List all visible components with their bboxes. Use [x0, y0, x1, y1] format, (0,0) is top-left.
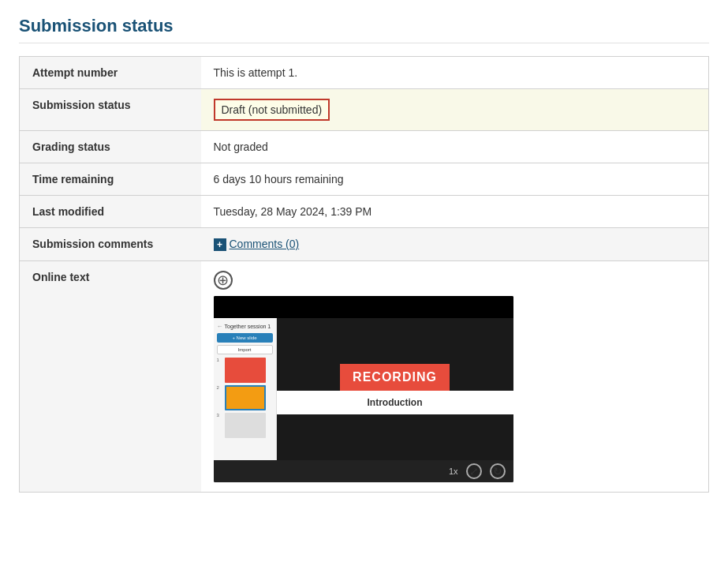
video-preview: ← Together session 1 + New slide Import …: [214, 296, 513, 482]
submission-comments-label: Submission comments: [20, 228, 201, 261]
slide-number: 2: [217, 385, 223, 390]
slide-thumbnail[interactable]: [225, 358, 266, 383]
comments-plus-icon: +: [214, 238, 226, 251]
time-remaining-value: 6 days 10 hours remaining: [201, 163, 709, 196]
slide-thumb-content: [225, 413, 266, 438]
submission-comments-row: Submission comments +Comments (0): [20, 228, 709, 261]
slide-item: 2: [217, 385, 273, 410]
grading-status-label: Grading status: [20, 131, 201, 163]
rotate-button[interactable]: ↻: [490, 463, 506, 479]
session-name: Together session 1: [225, 324, 271, 329]
slide-item: 3: [217, 413, 273, 438]
new-slide-button[interactable]: + New slide: [217, 333, 273, 343]
submission-status-table: Attempt number This is attempt 1. Submis…: [19, 56, 709, 493]
import-button[interactable]: Import: [217, 345, 273, 354]
submission-status-value: Draft (not submitted): [201, 89, 709, 131]
main-video-view: RECORDING Introduction: [277, 318, 513, 460]
online-text-label: Online text: [20, 261, 201, 493]
intro-text: Introduction: [277, 391, 513, 414]
draft-badge: Draft (not submitted): [214, 99, 330, 121]
rotate-icon: ↻: [493, 465, 502, 478]
recording-badge: RECORDING: [340, 364, 450, 391]
video-controls-bar: 1x ⤢ ↻: [214, 460, 513, 482]
online-text-row: Online text ⊕ ← Together session 1 + New…: [20, 261, 709, 493]
time-remaining-label: Time remaining: [20, 163, 201, 196]
speed-control[interactable]: 1x: [449, 466, 458, 476]
last-modified-value: Tuesday, 28 May 2024, 1:39 PM: [201, 196, 709, 228]
page-title: Submission status: [19, 16, 709, 43]
back-arrow-icon: ←: [217, 323, 223, 330]
slide-number: 1: [217, 358, 223, 362]
table-row: Last modified Tuesday, 28 May 2024, 1:39…: [20, 196, 709, 228]
slide-thumb-content: [226, 387, 264, 409]
video-content: ← Together session 1 + New slide Import …: [214, 318, 513, 460]
slide-thumbnail[interactable]: [225, 413, 266, 438]
submission-status-label: Submission status: [20, 89, 201, 131]
grading-status-value: Not graded: [201, 131, 709, 163]
online-text-value: ⊕ ← Together session 1 + New slide Impor…: [201, 261, 709, 493]
submission-comments-value: +Comments (0): [201, 228, 709, 261]
table-row: Grading status Not graded: [20, 131, 709, 163]
attempt-number-label: Attempt number: [20, 57, 201, 89]
slide-item: 1: [217, 358, 273, 383]
slide-thumb-content: [225, 358, 266, 383]
table-row: Time remaining 6 days 10 hours remaining: [20, 163, 709, 196]
submission-status-row: Submission status Draft (not submitted): [20, 89, 709, 131]
slide-panel: ← Together session 1 + New slide Import …: [214, 318, 277, 460]
table-row: Attempt number This is attempt 1.: [20, 57, 709, 89]
comments-link[interactable]: Comments (0): [230, 238, 300, 250]
last-modified-label: Last modified: [20, 196, 201, 228]
slide-thumbnail-active[interactable]: [225, 385, 266, 410]
expand-button[interactable]: ⤢: [466, 463, 482, 479]
session-title: ← Together session 1: [217, 323, 273, 330]
slide-number: 3: [217, 413, 223, 418]
expand-icon: ⤢: [469, 465, 479, 478]
add-content-button[interactable]: ⊕: [214, 271, 233, 290]
attempt-number-value: This is attempt 1.: [201, 57, 709, 89]
video-top-bar: [214, 296, 513, 318]
